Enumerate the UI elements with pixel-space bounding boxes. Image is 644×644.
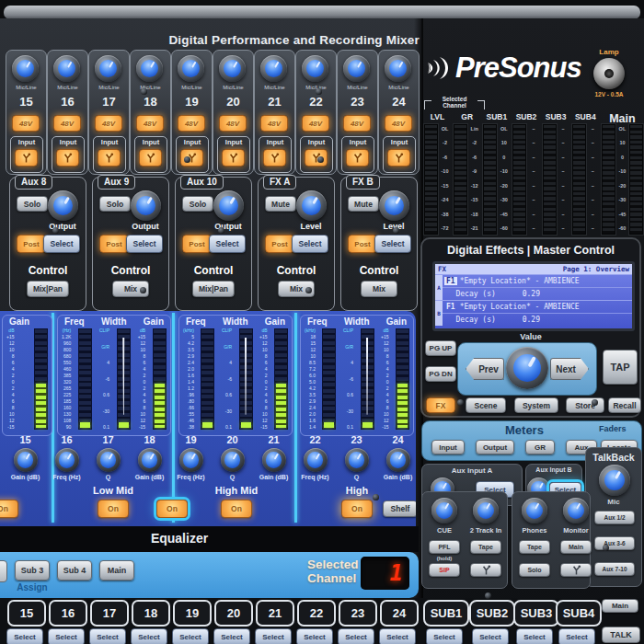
channel-select-button[interactable]: Select xyxy=(213,628,250,644)
output-knob[interactable] xyxy=(48,190,78,221)
input-mic-button[interactable] xyxy=(56,149,79,167)
channel-select-button[interactable]: Select xyxy=(296,628,333,644)
phantom-48v-button[interactable]: 48V xyxy=(260,115,288,132)
input-mic-button[interactable] xyxy=(139,149,162,167)
meters-input-button[interactable]: Input xyxy=(431,440,465,454)
channel-select-button[interactable]: Select xyxy=(89,628,126,644)
select-button[interactable]: Select xyxy=(126,235,163,253)
input-mic-button[interactable] xyxy=(222,149,245,167)
band-on-button-low[interactable]: On xyxy=(0,500,18,518)
eq-encoder-knob[interactable] xyxy=(304,448,328,472)
trim-knob[interactable] xyxy=(343,55,370,82)
prev-button[interactable]: Prev xyxy=(466,358,504,380)
phantom-48v-button[interactable]: 48V xyxy=(219,115,247,132)
system-button[interactable]: System xyxy=(514,397,558,413)
sub-select-button[interactable]: Select xyxy=(558,628,595,644)
post-button[interactable]: Post xyxy=(99,235,129,253)
eq-encoder-knob[interactable] xyxy=(262,448,286,472)
phantom-48v-button[interactable]: 48V xyxy=(302,115,329,132)
post-button[interactable]: Post xyxy=(348,235,377,253)
main-button[interactable]: Main xyxy=(602,599,638,613)
meters-output-button[interactable]: Output xyxy=(476,440,514,454)
shelf-button[interactable]: Shelf xyxy=(383,500,416,517)
sub-select-button[interactable]: Select xyxy=(426,628,463,644)
monitor-top-button[interactable]: PFL xyxy=(429,540,460,554)
phantom-48v-button[interactable]: 48V xyxy=(95,115,122,132)
talk-button[interactable]: TALK xyxy=(602,627,640,643)
talkback-knob[interactable] xyxy=(599,465,630,496)
mute-button[interactable]: Mute xyxy=(348,196,379,212)
monitor-top-button[interactable]: Main xyxy=(560,540,592,554)
store-button[interactable]: Store xyxy=(566,397,604,413)
assign-button-sub-4[interactable]: Sub 4 xyxy=(57,560,92,581)
channel-select-button[interactable]: Select xyxy=(6,628,43,644)
trim-knob[interactable] xyxy=(12,55,39,82)
control-mode-button[interactable]: Mix xyxy=(361,281,397,297)
channel-select-button[interactable]: Select xyxy=(338,628,374,644)
output-knob[interactable] xyxy=(131,190,161,221)
monitor-bottom-button[interactable] xyxy=(560,563,592,577)
next-button[interactable]: Next xyxy=(550,358,589,380)
monitor-knob[interactable] xyxy=(563,498,589,523)
recall-button[interactable]: Recall xyxy=(608,397,641,413)
monitor-bottom-button[interactable] xyxy=(470,563,501,577)
post-button[interactable]: Post xyxy=(182,235,212,253)
eq-encoder-knob[interactable] xyxy=(345,448,369,472)
trim-knob[interactable] xyxy=(53,55,80,82)
control-mode-button[interactable]: Mix|Pan xyxy=(192,281,235,297)
assign-button-sub-3[interactable]: Sub 3 xyxy=(15,560,50,581)
eq-encoder-knob[interactable] xyxy=(14,448,38,472)
channel-select-button[interactable]: Select xyxy=(131,628,167,644)
band-on-button-highlighted[interactable]: On xyxy=(156,500,188,518)
input-mic-button[interactable] xyxy=(263,149,286,167)
select-button[interactable]: Select xyxy=(209,235,246,253)
fx-button[interactable]: FX xyxy=(426,397,455,413)
band-on-button-high-mid[interactable]: On xyxy=(221,500,252,518)
eq-encoder-knob[interactable] xyxy=(55,448,79,472)
lamp-connector[interactable] xyxy=(593,58,625,89)
eq-encoder-knob[interactable] xyxy=(386,448,410,472)
solo-button[interactable]: Solo xyxy=(17,196,48,212)
input-mic-button[interactable] xyxy=(305,149,328,167)
monitor-top-button[interactable]: Tape xyxy=(519,540,550,554)
page-down-button[interactable]: PG DN xyxy=(425,366,456,382)
page-up-button[interactable]: PG UP xyxy=(425,340,456,356)
assign-button-main[interactable]: Main xyxy=(99,560,134,581)
input-mic-button[interactable] xyxy=(98,149,121,167)
mute-button[interactable]: Mute xyxy=(265,196,296,212)
eq-encoder-knob[interactable] xyxy=(97,448,121,472)
post-button[interactable]: Post xyxy=(17,235,46,253)
phantom-48v-button[interactable]: 48V xyxy=(12,115,40,132)
level-knob[interactable] xyxy=(379,190,409,221)
monitor-knob[interactable] xyxy=(431,498,457,523)
band-on-button-high[interactable]: On xyxy=(341,500,373,518)
sub-select-button[interactable]: Select xyxy=(472,628,509,644)
input-mic-button[interactable] xyxy=(346,149,369,167)
post-button[interactable]: Post xyxy=(265,235,294,253)
monitor-knob[interactable] xyxy=(522,498,547,523)
input-mic-button[interactable] xyxy=(387,149,410,167)
phantom-48v-button[interactable]: 48V xyxy=(343,115,371,132)
talkback-routing-button[interactable]: Aux 7-10 xyxy=(594,562,635,576)
output-knob[interactable] xyxy=(213,190,244,221)
band-on-button-low-mid[interactable]: On xyxy=(98,500,129,518)
channel-select-button[interactable]: Select xyxy=(255,628,292,644)
channel-select-button[interactable]: Select xyxy=(172,628,209,644)
select-button[interactable]: Select xyxy=(292,235,328,253)
eq-encoder-knob[interactable] xyxy=(221,448,245,472)
trim-knob[interactable] xyxy=(136,55,163,82)
input-mic-button[interactable] xyxy=(15,149,38,167)
trim-knob[interactable] xyxy=(302,55,328,82)
level-knob[interactable] xyxy=(296,190,327,221)
phantom-48v-button[interactable]: 48V xyxy=(136,115,164,132)
monitor-top-button[interactable]: Tape xyxy=(470,540,501,554)
channel-select-button[interactable]: Select xyxy=(379,628,416,644)
value-knob[interactable] xyxy=(506,347,548,389)
scene-button[interactable]: Scene xyxy=(466,397,506,413)
tap-button[interactable]: TAP xyxy=(603,350,638,385)
monitor-bottom-button[interactable]: Solo xyxy=(519,563,550,577)
eq-encoder-knob[interactable] xyxy=(138,448,162,472)
trim-knob[interactable] xyxy=(95,55,121,82)
talkback-routing-button[interactable]: Aux 1/2 xyxy=(594,511,635,524)
phantom-48v-button[interactable]: 48V xyxy=(385,115,412,132)
